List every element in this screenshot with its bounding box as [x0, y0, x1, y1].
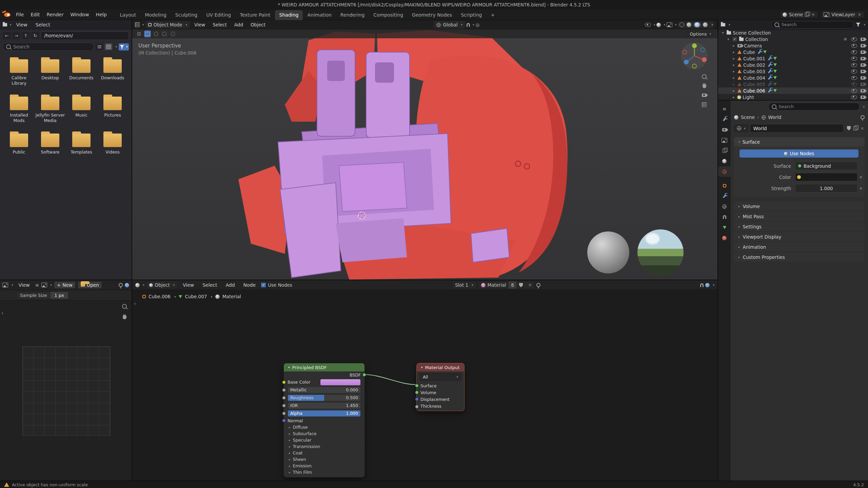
- image-grid-canvas[interactable]: [22, 346, 111, 436]
- folder-documents[interactable]: Documents: [66, 59, 97, 86]
- menu-edit[interactable]: Edit: [27, 11, 43, 19]
- add-workspace-button[interactable]: +: [486, 10, 499, 20]
- filter-button[interactable]: ▾: [119, 43, 129, 50]
- animation-panel-header[interactable]: ▸Animation: [734, 242, 865, 251]
- material-users-count[interactable]: 6: [509, 281, 516, 289]
- properties-tab-object-data[interactable]: [718, 222, 731, 233]
- gizmo-toggle-icon[interactable]: [656, 23, 661, 27]
- hide-viewport-toggle[interactable]: [851, 63, 857, 67]
- properties-tab-tool[interactable]: [718, 114, 731, 124]
- file-browser-editor-icon[interactable]: [3, 23, 7, 26]
- workspace-tab-texture-paint[interactable]: Texture Paint: [235, 10, 275, 20]
- outliner-row-cube-003[interactable]: ▸ Cube.003: [718, 68, 868, 75]
- browse-material-button[interactable]: Material: [478, 281, 509, 289]
- subsurface-section[interactable]: ▸Subsurface: [284, 430, 364, 437]
- settings-panel-header[interactable]: ▸Settings: [734, 222, 865, 231]
- menu-file[interactable]: File: [13, 11, 27, 19]
- world-name-field[interactable]: World: [750, 124, 844, 133]
- viewport-menu-view[interactable]: View: [191, 21, 208, 28]
- pin-icon[interactable]: [536, 283, 540, 287]
- hide-viewport-toggle[interactable]: [851, 76, 857, 80]
- coat-section[interactable]: ▸Coat: [284, 450, 364, 456]
- breadcrumb-scene[interactable]: Scene: [741, 115, 755, 120]
- outliner-row-cube-005[interactable]: ▸ Cube.005: [718, 81, 868, 87]
- fake-user-toggle[interactable]: [847, 126, 851, 130]
- hide-viewport-toggle[interactable]: [851, 50, 857, 54]
- disable-render-toggle[interactable]: [861, 76, 865, 80]
- surface-shader-selector[interactable]: Background: [795, 162, 857, 170]
- nav-back-button[interactable]: ←: [3, 32, 11, 39]
- workspace-tab-layout[interactable]: Layout: [116, 10, 141, 20]
- file-search-input[interactable]: Search: [3, 43, 94, 51]
- disable-render-toggle[interactable]: [861, 57, 865, 60]
- hide-viewport-toggle[interactable]: [851, 37, 857, 41]
- animate-decorator[interactable]: [860, 187, 862, 189]
- disable-render-toggle[interactable]: [861, 70, 865, 73]
- disable-render-toggle[interactable]: [861, 38, 865, 41]
- outliner-row-light[interactable]: ▸ Light: [718, 94, 868, 100]
- viewport-options-button[interactable]: Options ▾: [687, 31, 714, 37]
- hide-viewport-toggle[interactable]: [851, 95, 857, 99]
- properties-tab-view-layer[interactable]: [718, 145, 731, 156]
- blender-logo-icon[interactable]: [4, 13, 11, 17]
- pin-icon[interactable]: [861, 115, 865, 119]
- shader-editor[interactable]: ▾ Object ▾ View Select Add Node ✓ Use No…: [132, 280, 717, 481]
- folder-desktop[interactable]: Desktop: [35, 59, 66, 86]
- file-browser-menu-view[interactable]: View: [13, 21, 31, 29]
- scene-selector[interactable]: Scene ×: [780, 11, 818, 18]
- tool-select-box-button[interactable]: [144, 30, 151, 37]
- outliner-row-cube-002[interactable]: ▸ Cube.002: [718, 62, 868, 68]
- alpha-socket[interactable]: [282, 411, 286, 415]
- display-size-caret[interactable]: ▾: [115, 45, 117, 48]
- roughness-slider[interactable]: Roughness 0.500: [288, 394, 361, 401]
- displacement-input-socket[interactable]: [415, 398, 419, 401]
- animate-decorator[interactable]: [860, 176, 862, 178]
- use-nodes-checkbox[interactable]: ✓: [261, 282, 266, 288]
- mode-selector[interactable]: Object Mode ▾: [145, 21, 190, 28]
- ior-socket[interactable]: [282, 404, 286, 407]
- material-output-header[interactable]: ▾ Material Output: [417, 363, 464, 371]
- open-image-button[interactable]: Open: [78, 281, 102, 289]
- camera-view-icon[interactable]: [702, 94, 707, 97]
- disable-render-toggle[interactable]: [861, 89, 865, 93]
- shading-solid-button[interactable]: [687, 22, 691, 27]
- shading-rendered-button[interactable]: [703, 22, 708, 27]
- thin-film-section[interactable]: ▸Thin Film: [284, 469, 364, 477]
- principled-bsdf-header[interactable]: ▾ Principled BSDF: [284, 363, 364, 371]
- properties-tab-world[interactable]: [718, 166, 731, 177]
- roughness-socket[interactable]: [282, 396, 286, 400]
- workspace-tab-animation[interactable]: Animation: [303, 10, 336, 20]
- properties-tab-output[interactable]: [718, 135, 731, 145]
- menu-render[interactable]: Render: [43, 11, 67, 19]
- outliner-row-scene-collection[interactable]: ▾ Scene Collection: [718, 29, 868, 36]
- world-color-swatch[interactable]: [795, 173, 857, 181]
- strength-slider[interactable]: 1.000: [795, 184, 857, 192]
- properties-tab-scene[interactable]: [718, 156, 731, 166]
- outliner-row-camera[interactable]: ▸ Camera: [718, 42, 868, 49]
- pan-hand-icon[interactable]: [123, 316, 126, 319]
- transmission-section[interactable]: ▸Transmission: [284, 443, 364, 450]
- overlays-toggle-icon[interactable]: [667, 22, 672, 27]
- volume-input-socket[interactable]: [415, 391, 419, 394]
- viewport-menu-object[interactable]: Object: [248, 21, 269, 28]
- material-slot-selector[interactable]: Slot 1 ▾: [452, 281, 476, 289]
- shader-menu-node[interactable]: Node: [240, 281, 259, 289]
- outliner-row-collection[interactable]: ▾ ✓ Collection ✓: [718, 36, 868, 42]
- shader-menu-select[interactable]: Select: [199, 281, 220, 289]
- unlink-world-button[interactable]: ×: [860, 126, 865, 131]
- hide-viewport-toggle[interactable]: [851, 82, 857, 86]
- properties-search-input[interactable]: Search: [769, 103, 860, 110]
- image-datablock-icon[interactable]: [41, 283, 47, 287]
- volume-panel-header[interactable]: ▸Volume: [734, 202, 865, 211]
- workspace-tab-modeling[interactable]: Modeling: [140, 10, 171, 20]
- viewport-display-panel-header[interactable]: ▸Viewport Display: [734, 232, 865, 241]
- viewport-editor-icon[interactable]: [135, 22, 140, 27]
- snap-options-caret[interactable]: ▾: [473, 23, 474, 26]
- folder-downloads[interactable]: Downloads: [97, 59, 128, 86]
- shader-type-selector[interactable]: Object ▾: [146, 281, 178, 289]
- hide-viewport-toggle[interactable]: [851, 89, 857, 93]
- new-image-button[interactable]: +New: [54, 281, 76, 289]
- workspace-tab-geometry-nodes[interactable]: Geometry Nodes: [408, 10, 456, 20]
- nav-refresh-button[interactable]: ↻: [31, 32, 39, 39]
- bsdf-output-socket[interactable]: [362, 373, 366, 377]
